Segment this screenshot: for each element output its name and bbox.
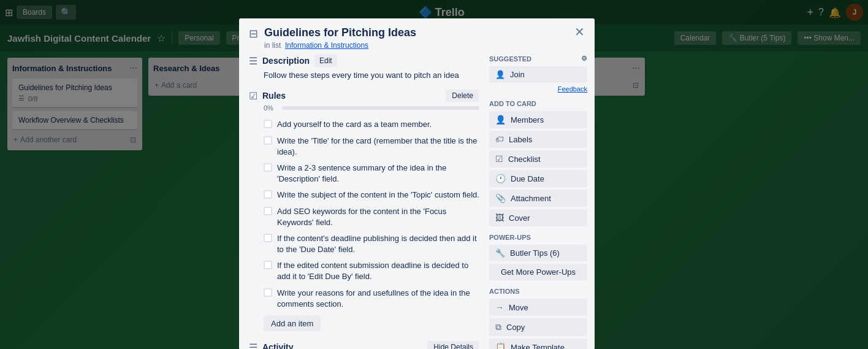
- modal-title-area: Guidelines for Pitching Ideas in list In…: [264, 26, 572, 50]
- add-to-card-label: ADD TO CARD: [489, 100, 536, 107]
- checkbox-4[interactable]: [264, 190, 272, 199]
- checklist-header-left: ☑ Rules: [249, 90, 286, 102]
- checklist-item-5: Add SEO keywords for the content in the …: [249, 204, 479, 231]
- checklist-text-6: If the content's deadline publishing is …: [277, 233, 479, 255]
- progress-track: [282, 106, 479, 110]
- modal-subtitle: in list Information & Instructions: [264, 41, 572, 50]
- attachment-label: Attachment: [511, 194, 551, 203]
- checklist-title: Rules: [262, 91, 286, 101]
- move-button[interactable]: → Move: [489, 299, 587, 316]
- add-to-card-title: ADD TO CARD: [489, 100, 587, 107]
- checklist-text-8: Write your reasons for and usefullnes of…: [277, 288, 479, 310]
- delete-checklist-button[interactable]: Delete: [446, 90, 479, 102]
- card-icon: ⊟: [249, 27, 258, 40]
- members-label: Members: [511, 115, 544, 125]
- get-more-power-ups-button[interactable]: Get More Power-Ups: [489, 264, 587, 280]
- checklist-icon: ☑: [249, 90, 257, 102]
- checkbox-8[interactable]: [264, 288, 272, 297]
- suggested-label: SUGGESTED: [489, 55, 531, 63]
- checklist-item-8: Write your reasons for and usefullnes of…: [249, 285, 479, 312]
- make-template-button[interactable]: 📋 Make Template: [489, 339, 587, 349]
- move-icon: →: [495, 302, 504, 312]
- template-btn-icon: 📋: [495, 342, 506, 349]
- checklist-section: ☑ Rules Delete 0% Add yourself to the ca…: [249, 90, 479, 331]
- checkbox-6[interactable]: [264, 234, 272, 242]
- modal-body: ☰ Description Edit Follow these steps ev…: [249, 55, 587, 349]
- butler-icon: 🔧: [495, 248, 505, 258]
- labels-button[interactable]: 🏷 Labels: [489, 131, 587, 148]
- checklist-text-4: Write the subject of the content in the …: [277, 190, 479, 201]
- description-text: Follow these steps every time you want t…: [249, 71, 479, 80]
- add-item-button[interactable]: Add an item: [264, 316, 321, 331]
- checklist-text-2: Write the 'Title' for the card (remember…: [277, 136, 479, 158]
- close-modal-button[interactable]: ✕: [572, 26, 587, 38]
- checkbox-3[interactable]: [264, 163, 272, 172]
- make-template-label: Make Template: [511, 343, 565, 349]
- members-button[interactable]: 👤 Members: [489, 111, 587, 128]
- progress-bar-wrap: 0%: [264, 104, 479, 112]
- in-list-link[interactable]: Information & Instructions: [285, 41, 368, 50]
- join-label: Join: [510, 70, 525, 79]
- modal-title: Guidelines for Pitching Ideas: [264, 26, 572, 40]
- activity-section: ☰ Activity Hide Details J: [249, 341, 479, 349]
- checkbox-7[interactable]: [264, 261, 272, 269]
- feedback-link[interactable]: Feedback: [489, 85, 587, 93]
- labels-label: Labels: [509, 135, 532, 144]
- edit-description-button[interactable]: Edit: [314, 55, 337, 67]
- power-ups-title: POWER-UPS: [489, 234, 587, 241]
- hide-details-button[interactable]: Hide Details: [427, 341, 479, 349]
- copy-button[interactable]: ⧉ Copy: [489, 318, 587, 336]
- description-icon: ☰: [249, 55, 257, 67]
- members-icon: 👤: [495, 115, 506, 125]
- checkbox-2[interactable]: [264, 136, 272, 145]
- checklist-item-6: If the content's deadline publishing is …: [249, 231, 479, 258]
- person-icon: 👤: [495, 70, 505, 79]
- power-ups-section: POWER-UPS 🔧 Butler Tips (6) Get More Pow…: [489, 234, 587, 280]
- activity-icon: ☰: [249, 342, 257, 349]
- actions-title: ACTIONS: [489, 288, 587, 295]
- progress-label: 0%: [264, 104, 278, 112]
- actions-section: ACTIONS → Move ⧉ Copy 📋 Make Template: [489, 288, 587, 349]
- checklist-label: Checklist: [508, 155, 541, 164]
- modal-main: ☰ Description Edit Follow these steps ev…: [249, 55, 479, 349]
- description-header: ☰ Description Edit: [249, 55, 479, 67]
- checklist-text-3: Write a 2-3 sentence summary of the idea…: [277, 163, 479, 185]
- checklist-text-5: Add SEO keywords for the content in the …: [277, 206, 479, 228]
- activity-title: Activity: [262, 342, 294, 349]
- attachment-icon: 📎: [495, 193, 506, 203]
- activity-header: ☰ Activity Hide Details: [249, 341, 479, 349]
- butler-label: Butler Tips (6): [510, 248, 560, 258]
- suggested-section: SUGGESTED ⚙ 👤 Join Feedback: [489, 55, 587, 93]
- join-button[interactable]: 👤 Join: [489, 66, 587, 83]
- checklist-item-3: Write a 2-3 sentence summary of the idea…: [249, 160, 479, 187]
- in-list-prefix: in list: [264, 41, 281, 50]
- settings-icon[interactable]: ⚙: [581, 55, 587, 63]
- checkbox-1[interactable]: [264, 120, 272, 128]
- copy-label: Copy: [506, 323, 525, 332]
- checklist-button[interactable]: ☑ Checklist: [489, 150, 587, 167]
- checklist-item-2: Write the 'Title' for the card (remember…: [249, 133, 479, 160]
- checklist-add-icon: ☑: [495, 154, 503, 164]
- cover-icon: 🖼: [495, 213, 504, 223]
- labels-icon: 🏷: [495, 134, 504, 144]
- copy-icon: ⧉: [495, 322, 501, 332]
- suggested-title: SUGGESTED ⚙: [489, 55, 587, 63]
- description-section: ☰ Description Edit Follow these steps ev…: [249, 55, 479, 80]
- checkbox-5[interactable]: [264, 207, 272, 215]
- cover-button[interactable]: 🖼 Cover: [489, 209, 587, 226]
- checklist-header: ☑ Rules Delete: [249, 90, 479, 102]
- checklist-item-1: Add yourself to the card as a team membe…: [249, 117, 479, 132]
- checklist-item-4: Write the subject of the content in the …: [249, 187, 479, 203]
- modal-sidebar: SUGGESTED ⚙ 👤 Join Feedback ADD TO CARD …: [489, 55, 587, 349]
- due-date-button[interactable]: 🕐 Due Date: [489, 170, 587, 187]
- checklist-text-1: Add yourself to the card as a team membe…: [277, 119, 432, 130]
- checklist-text-7: If the edited content submission deadlin…: [277, 260, 479, 282]
- due-date-icon: 🕐: [495, 174, 506, 183]
- attachment-button[interactable]: 📎 Attachment: [489, 190, 587, 207]
- butler-button[interactable]: 🔧 Butler Tips (6): [489, 245, 587, 261]
- checklist-item-7: If the edited content submission deadlin…: [249, 258, 479, 285]
- cover-label: Cover: [509, 213, 530, 223]
- add-to-card-section: ADD TO CARD 👤 Members 🏷 Labels ☑ Checkli…: [489, 100, 587, 226]
- card-detail-modal: ⊟ Guidelines for Pitching Ideas in list …: [239, 18, 595, 349]
- modal-header: ⊟ Guidelines for Pitching Ideas in list …: [249, 26, 587, 50]
